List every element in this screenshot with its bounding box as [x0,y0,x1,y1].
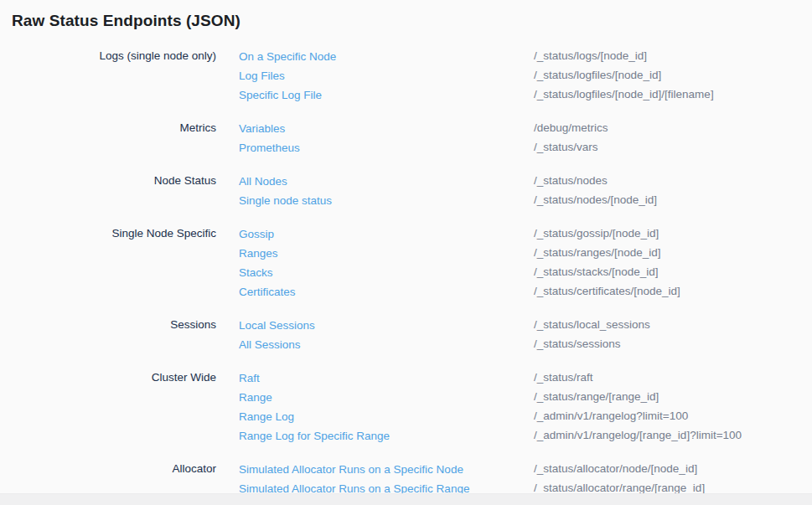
endpoint-path: /debug/metrics [534,119,812,138]
endpoint-row: All Sessions /_status/sessions [239,335,812,354]
endpoint-link[interactable]: Range [239,391,272,404]
category-label: Single Node Specific [0,224,239,243]
category-label: Allocator [0,460,239,478]
raw-status-endpoints-page: Raw Status Endpoints (JSON) Logs (single… [0,0,812,498]
endpoint-path: /_status/stacks/[node_id] [534,263,812,282]
endpoint-link[interactable]: Prometheus [239,142,300,154]
category-label: Node Status [0,172,239,190]
endpoint-path: /_status/logfiles/[node_id]/[filename] [534,85,812,105]
endpoint-link[interactable]: Stacks [239,266,273,279]
endpoint-link[interactable]: Certificates [239,286,296,298]
endpoint-path: /_status/logs/[node_id] [534,47,812,66]
endpoint-row: On a Specific Node /_status/logs/[node_i… [239,47,812,66]
endpoint-row: All Nodes /_status/nodes [239,172,812,191]
endpoint-group-single-node-specific: Single Node Specific Gossip /_status/gos… [0,224,812,301]
endpoint-group-node-status: Node Status All Nodes /_status/nodes Sin… [0,172,812,210]
endpoint-path: /_status/nodes/[node_id] [534,191,812,210]
bottom-section-divider [0,493,812,505]
endpoint-row: Specific Log File /_status/logfiles/[nod… [239,85,812,105]
endpoint-path: /_status/gossip/[node_id] [534,224,812,244]
endpoint-path: /_admin/v1/rangelog?limit=100 [534,407,812,426]
endpoint-link[interactable]: On a Specific Node [239,50,336,63]
endpoint-path: /_status/local_sessions [534,316,812,335]
endpoint-rows: Raft /_status/raft Range /_status/range/… [239,368,812,446]
endpoint-link[interactable]: Variables [239,122,285,135]
endpoint-row: Stacks /_status/stacks/[node_id] [239,263,812,282]
endpoint-row: Ranges /_status/ranges/[node_id] [239,244,812,263]
endpoint-row: Certificates /_status/certificates/[node… [239,282,812,301]
endpoint-link[interactable]: Local Sessions [239,319,315,332]
endpoint-row: Range /_status/range/[range_id] [239,388,812,407]
endpoint-link[interactable]: Single node status [239,194,332,207]
endpoint-group-cluster-wide: Cluster Wide Raft /_status/raft Range /_… [0,368,812,446]
endpoint-link[interactable]: Raft [239,372,260,384]
endpoint-path: /_status/logfiles/[node_id] [534,66,812,85]
endpoint-row: Range Log /_admin/v1/rangelog?limit=100 [239,407,812,426]
endpoint-link[interactable]: Simulated Allocator Runs on a Specific N… [239,463,463,476]
endpoint-group-logs: Logs (single node only) On a Specific No… [0,47,812,105]
endpoint-rows: Variables /debug/metrics Prometheus /_st… [239,119,812,157]
endpoint-link[interactable]: Range Log [239,410,294,423]
endpoint-path: /_status/raft [534,368,812,388]
endpoint-rows: Gossip /_status/gossip/[node_id] Ranges … [239,224,812,301]
endpoint-path: /_status/certificates/[node_id] [534,282,812,301]
endpoint-link[interactable]: Range Log for Specific Range [239,430,390,442]
endpoint-row: Gossip /_status/gossip/[node_id] [239,224,812,244]
endpoint-group-metrics: Metrics Variables /debug/metrics Prometh… [0,119,812,157]
endpoint-row: Raft /_status/raft [239,368,812,388]
category-label: Sessions [0,316,239,334]
page-title: Raw Status Endpoints (JSON) [12,11,812,31]
endpoint-row: Simulated Allocator Runs on a Specific N… [239,460,812,479]
endpoint-path: /_status/ranges/[node_id] [534,244,812,263]
endpoint-path: /_status/range/[range_id] [534,388,812,407]
endpoint-path: /_status/vars [534,138,812,157]
endpoint-path: /_admin/v1/rangelog/[range_id]?limit=100 [534,426,812,446]
category-label: Metrics [0,119,239,137]
endpoint-group-sessions: Sessions Local Sessions /_status/local_s… [0,316,812,354]
endpoint-rows: All Nodes /_status/nodes Single node sta… [239,172,812,210]
endpoint-path: /_status/sessions [534,335,812,354]
endpoint-link[interactable]: Log Files [239,70,285,82]
category-label: Cluster Wide [0,368,239,387]
endpoint-path: /_status/nodes [534,172,812,191]
endpoint-rows: Local Sessions /_status/local_sessions A… [239,316,812,354]
endpoint-link[interactable]: All Nodes [239,175,287,188]
endpoint-row: Log Files /_status/logfiles/[node_id] [239,66,812,85]
endpoint-link[interactable]: Ranges [239,247,278,260]
endpoint-path: /_status/allocator/node/[node_id] [534,460,812,479]
endpoint-row: Range Log for Specific Range /_admin/v1/… [239,426,812,446]
category-label: Logs (single node only) [0,47,239,65]
endpoint-row: Local Sessions /_status/local_sessions [239,316,812,335]
endpoint-link[interactable]: Specific Log File [239,89,322,101]
endpoint-link[interactable]: Gossip [239,228,274,240]
endpoint-row: Variables /debug/metrics [239,119,812,138]
endpoint-row: Prometheus /_status/vars [239,138,812,157]
endpoint-row: Single node status /_status/nodes/[node_… [239,191,812,210]
endpoint-link[interactable]: All Sessions [239,338,301,351]
endpoint-rows: On a Specific Node /_status/logs/[node_i… [239,47,812,105]
